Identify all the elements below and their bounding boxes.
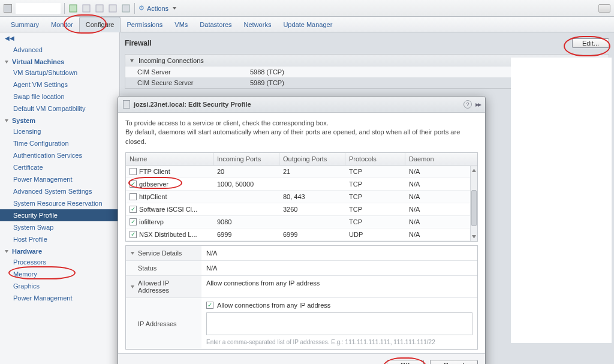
allow-any-checkbox[interactable]: [206, 302, 213, 309]
protocols: TCP: [345, 191, 405, 203]
dialog-intro: By default, daemons will start automatic…: [125, 128, 478, 146]
outgoing-ports: 3260: [279, 203, 345, 215]
outgoing-ports: 21: [279, 166, 345, 178]
table-row[interactable]: gdbserver1000, 50000TCPN/A: [126, 178, 477, 191]
table-row[interactable]: Software iSCSI Cl...3260TCPN/A: [126, 203, 477, 216]
service-name: Software iSCSI Cl...: [139, 206, 197, 213]
ip-list-textarea[interactable]: [206, 312, 472, 335]
service-checkbox[interactable]: [130, 218, 137, 225]
daemon: N/A: [405, 191, 477, 203]
incoming-ports: [213, 207, 279, 212]
col-protocols[interactable]: Protocols: [345, 153, 405, 165]
col-name[interactable]: Name: [126, 153, 213, 165]
ok-button[interactable]: OK: [387, 360, 424, 364]
table-body: FTP Client2021TCPN/Agdbserver1000, 50000…: [126, 166, 477, 241]
allow-any-label: Allow connections from any IP address: [217, 302, 330, 309]
ip-hint: Enter a comma-separated list of IP addre…: [206, 335, 472, 345]
service-checkbox[interactable]: [130, 168, 137, 175]
service-name: FTP Client: [139, 168, 170, 175]
service-name: iofiltervp: [139, 218, 164, 225]
service-name: gdbserver: [139, 181, 168, 188]
daemon: N/A: [405, 178, 477, 190]
outgoing-ports: [279, 219, 345, 224]
service-checkbox[interactable]: [130, 231, 137, 238]
status-label: Status: [126, 261, 201, 275]
dialog-intro: To provide access to a service or client…: [125, 119, 478, 128]
scroll-thumb[interactable]: [471, 190, 477, 226]
status-value: N/A: [201, 261, 477, 275]
dialog-body: To provide access to a service or client…: [118, 113, 485, 353]
allow-any-checkbox-row[interactable]: Allow connections from any IP address: [206, 302, 472, 309]
col-inports[interactable]: Incoming Ports: [213, 153, 279, 165]
incoming-ports: 9080: [213, 216, 279, 228]
daemon: N/A: [405, 228, 477, 240]
popout-icon[interactable]: ▸▸: [475, 100, 480, 109]
outgoing-ports: 6999: [279, 228, 345, 240]
daemon: N/A: [405, 216, 477, 228]
service-checkbox[interactable]: [130, 206, 137, 213]
service-name: NSX Distributed L...: [139, 231, 197, 238]
scrollbar[interactable]: [470, 166, 477, 241]
scroll-up-icon[interactable]: [472, 168, 476, 172]
service-checkbox[interactable]: [130, 181, 137, 188]
incoming-ports: 20: [213, 166, 279, 178]
cancel-button[interactable]: Cancel: [430, 360, 478, 364]
chevron-down-icon: [131, 285, 134, 288]
protocols: TCP: [345, 166, 405, 178]
incoming-ports: 6999: [213, 228, 279, 240]
ip-addresses-cell: Allow connections from any IP address En…: [201, 298, 477, 349]
services-table: Name Incoming Ports Outgoing Ports Proto…: [125, 152, 478, 242]
table-row[interactable]: FTP Client2021TCPN/A: [126, 166, 477, 178]
service-name: httpClient: [139, 193, 167, 200]
protocols: TCP: [345, 216, 405, 228]
service-details-header[interactable]: Service Details: [126, 246, 201, 260]
help-icon[interactable]: ?: [463, 100, 472, 109]
edit-security-profile-dialog: jozsi.23net.local: Edit Security Profile…: [118, 96, 486, 364]
allowed-ip-header[interactable]: Allowed IP Addresses: [126, 276, 201, 297]
incoming-ports: 1000, 50000: [213, 178, 279, 190]
table-row[interactable]: NSX Distributed L...69996999UDPN/A: [126, 228, 477, 241]
dialog-footer: OK Cancel: [118, 353, 485, 364]
table-row[interactable]: httpClient80, 443TCPN/A: [126, 191, 477, 203]
daemon: N/A: [405, 166, 477, 178]
table-row[interactable]: iofiltervp9080TCPN/A: [126, 216, 477, 228]
chevron-down-icon: [131, 252, 134, 255]
scroll-down-icon[interactable]: [472, 235, 476, 239]
incoming-ports: [213, 194, 279, 199]
service-checkbox[interactable]: [130, 193, 137, 200]
ip-addresses-label: IP Addresses: [126, 298, 201, 349]
dialog-title: jozsi.23net.local: Edit Security Profile: [134, 101, 460, 108]
daemon: N/A: [405, 203, 477, 215]
protocols: UDP: [345, 228, 405, 240]
allowed-ip-value: Allow connections from any IP address: [201, 276, 477, 297]
table-header: Name Incoming Ports Outgoing Ports Proto…: [126, 153, 477, 166]
host-icon: [123, 100, 130, 109]
service-details-value: N/A: [201, 246, 477, 260]
outgoing-ports: 80, 443: [279, 191, 345, 203]
col-daemon[interactable]: Daemon: [405, 153, 477, 165]
dialog-titlebar[interactable]: jozsi.23net.local: Edit Security Profile…: [118, 97, 485, 113]
protocols: TCP: [345, 178, 405, 190]
detail-panel: Service Details N/A Status N/A Allowed I…: [125, 245, 478, 350]
col-outports[interactable]: Outgoing Ports: [279, 153, 345, 165]
outgoing-ports: [279, 182, 345, 186]
protocols: TCP: [345, 203, 405, 215]
